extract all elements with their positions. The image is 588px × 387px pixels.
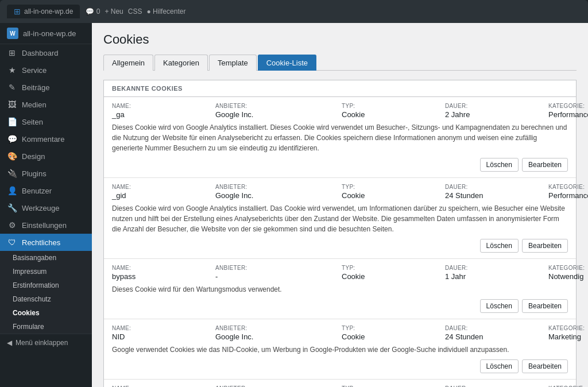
cookie-type-col: TYP: Cookie: [342, 103, 445, 119]
cookie-category: Performance: [548, 110, 588, 119]
nav-css[interactable]: CSS: [128, 7, 142, 16]
browser-nav: 💬 0 + Neu CSS ● Hilfecenter: [86, 7, 185, 16]
provider-label: ANBIETER:: [215, 184, 342, 190]
einstellungen-icon: ⚙: [7, 220, 17, 230]
cookie-duration-col: DAUER: 2 Jahre: [445, 103, 548, 119]
duration-label: DAUER:: [445, 103, 548, 109]
sidebar-submenu: Basisangaben Impressum Erstinformation D…: [0, 251, 92, 334]
sidebar-item-plugins[interactable]: 🔌 Plugins: [0, 165, 92, 182]
content-area: Cookies Allgemein Kategorien Template Co…: [92, 23, 588, 387]
main-content: Cookies Allgemein Kategorien Template Co…: [92, 23, 588, 387]
sidebar-item-medien[interactable]: 🖼 Medien: [0, 96, 92, 113]
cookie-actions: Löschen Bearbeiten: [112, 239, 568, 253]
sidebar-item-datenschutz[interactable]: Datenschutz: [0, 292, 92, 306]
sidebar-item-seiten[interactable]: 📄 Seiten: [0, 113, 92, 130]
cookies-label: Cookies: [13, 309, 40, 317]
duration-label: DAUER:: [445, 325, 548, 331]
edit-button[interactable]: Bearbeiten: [522, 299, 568, 313]
sidebar-item-label: Plugins: [22, 169, 47, 178]
nav-comment[interactable]: 💬 0: [86, 7, 100, 16]
name-label: NAME:: [112, 184, 215, 190]
sidebar-item-kommentare[interactable]: 💬 Kommentare: [0, 130, 92, 148]
browser-tab[interactable]: ⊞ all-in-one-wp.de: [7, 5, 80, 18]
cookie-duration: 1 Jahr: [445, 272, 548, 281]
cookie-category: Notwendig: [548, 272, 585, 281]
sidebar-item-erstinformation[interactable]: Erstinformation: [0, 278, 92, 292]
cookie-category: Marketing: [548, 332, 585, 341]
sidebar-item-design[interactable]: 🎨 Design: [0, 148, 92, 165]
sidebar-item-label: Dashboard: [22, 49, 59, 57]
cookie-provider: -: [215, 272, 342, 281]
edit-button[interactable]: Bearbeiten: [522, 239, 568, 253]
cookie-provider: Google Inc.: [215, 332, 342, 341]
category-label: KATEGORIE:: [548, 184, 588, 190]
sidebar-item-label: Design: [22, 152, 45, 161]
cookie-name: _ga: [112, 110, 215, 119]
delete-button[interactable]: Löschen: [480, 158, 519, 172]
name-label: NAME:: [112, 325, 215, 331]
tab-template[interactable]: Template: [209, 55, 257, 71]
cookie-name: _gid: [112, 191, 215, 200]
cookie-duration: 24 Stunden: [445, 191, 548, 200]
edit-button[interactable]: Bearbeiten: [522, 158, 568, 172]
cookie-meta-row: NAME: _ga ANBIETER: Google Inc. TYP: Coo…: [112, 103, 568, 119]
type-label: TYP:: [342, 325, 445, 331]
tab-allgemein[interactable]: Allgemein: [103, 55, 153, 71]
sidebar-item-benutzer[interactable]: 👤 Benutzer: [0, 182, 92, 199]
cookie-provider: Google Inc.: [215, 110, 342, 119]
cookie-description: Google verwendet Cookies wie das NID-Coo…: [112, 345, 568, 355]
cookie-category-col: KATEGORIE: Marketing: [548, 325, 585, 341]
category-label: KATEGORIE:: [548, 325, 585, 331]
cookie-type: Cookie: [342, 272, 445, 281]
plugins-icon: 🔌: [7, 169, 17, 178]
sidebar-item-label: Beiträge: [22, 83, 49, 92]
sidebar-item-label: Medien: [22, 100, 47, 109]
beitraege-icon: ✎: [7, 83, 17, 92]
cookie-type-col: TYP: Cookie: [342, 184, 445, 200]
sidebar-item-service[interactable]: ★ Service: [0, 61, 92, 79]
nav-new[interactable]: + Neu: [105, 7, 123, 16]
provider-label: ANBIETER:: [215, 265, 342, 271]
delete-button[interactable]: Löschen: [480, 239, 519, 253]
sidebar-item-einstellungen[interactable]: ⚙ Einstellungen: [0, 216, 92, 234]
cookie-name: bypass: [112, 272, 215, 281]
service-icon: ★: [7, 65, 17, 75]
app-wrapper: W all-in-one-wp.de ⊞ Dashboard ★ Service…: [0, 23, 588, 387]
sidebar-item-werkzeuge[interactable]: 🔧 Werkzeuge: [0, 199, 92, 216]
category-label: KATEGORIE:: [548, 265, 585, 271]
cookie-meta-row: NAME: NID ANBIETER: Google Inc. TYP: Coo…: [112, 325, 568, 341]
sidebar-item-impressum[interactable]: Impressum: [0, 265, 92, 278]
cookie-type: Cookie: [342, 332, 445, 341]
sidebar-item-label: Service: [22, 66, 47, 75]
sidebar-item-cookies[interactable]: Cookies: [0, 306, 92, 320]
sidebar-item-basisangaben[interactable]: Basisangaben: [0, 251, 92, 265]
name-label: NAME:: [112, 103, 215, 109]
collapse-icon: ◀: [7, 339, 12, 347]
delete-button[interactable]: Löschen: [480, 359, 519, 373]
sidebar-collapse[interactable]: ◀ Menü einklappen: [0, 334, 92, 351]
cookie-description: Dieses Cookie wird für den Wartungsmodus…: [112, 284, 568, 295]
sidebar-item-beitraege[interactable]: ✎ Beiträge: [0, 79, 92, 96]
browser-chrome: ⊞ all-in-one-wp.de 💬 0 + Neu CSS ● Hilfe…: [0, 0, 588, 23]
tab-kategorien[interactable]: Kategorien: [154, 55, 208, 71]
sidebar-item-formulare[interactable]: Formulare: [0, 320, 92, 334]
cookie-duration-col: DAUER: 1 Jahr: [445, 265, 548, 281]
impressum-label: Impressum: [13, 268, 47, 276]
cookie-category-col: KATEGORIE: Notwendig: [548, 265, 585, 281]
cookie-meta-row: NAME: bypass ANBIETER: - TYP: Cookie DAU…: [112, 265, 568, 281]
tab-cookie-liste[interactable]: Cookie-Liste: [258, 55, 316, 71]
provider-label: ANBIETER:: [215, 325, 342, 331]
sidebar-item-rechtliches[interactable]: 🛡 Rechtliches: [0, 234, 92, 251]
cookie-duration: 24 Stunden: [445, 332, 548, 341]
category-label: KATEGORIE:: [548, 103, 588, 109]
cookie-type-col: TYP: Cookie: [342, 265, 445, 281]
cookie-name-col: NAME: bypass: [112, 265, 215, 281]
cookie-provider-col: ANBIETER: Google Inc.: [215, 103, 342, 119]
edit-button[interactable]: Bearbeiten: [522, 359, 568, 373]
cookie-description: Dieses Cookie wird von Google Analytics …: [112, 122, 568, 153]
sidebar-item-dashboard[interactable]: ⊞ Dashboard: [0, 44, 92, 61]
sidebar-item-label: Benutzer: [22, 187, 52, 195]
site-name: all-in-one-wp.de: [23, 29, 76, 38]
delete-button[interactable]: Löschen: [480, 299, 519, 313]
nav-help[interactable]: ● Hilfecenter: [146, 7, 185, 16]
